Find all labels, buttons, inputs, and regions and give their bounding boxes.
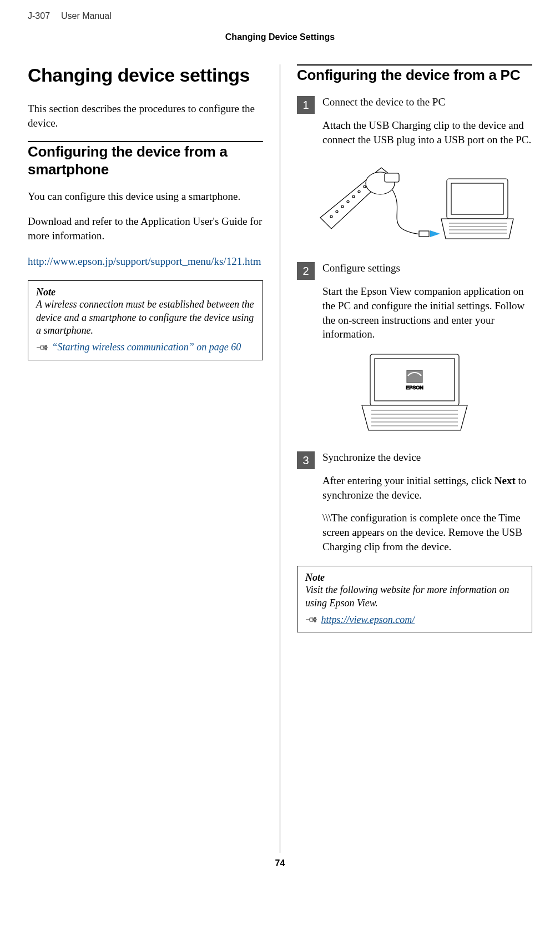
svg-text:EPSON: EPSON xyxy=(406,385,423,390)
step-1-body: Attach the USB Charging clip to the devi… xyxy=(322,118,532,147)
epson-view-url-link[interactable]: https://view.epson.com/ xyxy=(321,614,415,625)
step-3-body-2: \\\The configuration is complete once th… xyxy=(322,511,532,554)
svg-point-1 xyxy=(336,210,338,213)
section-title: Changing Device Settings xyxy=(28,32,532,42)
step-1: 1 Connect the device to the PC xyxy=(297,95,532,114)
right-column: Configuring the device from a PC 1 Conne… xyxy=(297,64,532,853)
note-box-pc: Note Visit the following website for mor… xyxy=(297,566,532,632)
step-number-1: 1 xyxy=(297,96,315,114)
left-column: Changing device settings This section de… xyxy=(28,64,263,853)
note-body-pc: Visit the following website for more inf… xyxy=(305,584,524,610)
step-2-title: Configure settings xyxy=(322,261,532,275)
svg-point-6 xyxy=(364,185,366,188)
step-number-2: 2 xyxy=(297,262,315,280)
smartphone-text-2: Download and refer to the Application Us… xyxy=(28,214,263,243)
svg-point-3 xyxy=(347,200,349,203)
step-3-body-1a: After entering your initial settings, cl… xyxy=(322,475,495,486)
next-label: Next xyxy=(495,475,516,486)
step-2: 2 Configure settings xyxy=(297,261,532,280)
step-3-body: After entering your initial settings, cl… xyxy=(322,474,532,554)
note-box-smartphone: Note A wireless connection must be estab… xyxy=(28,280,263,360)
svg-rect-13 xyxy=(451,183,503,214)
pc-heading: Configuring the device from a PC xyxy=(297,64,532,84)
note-label-pc: Note xyxy=(305,572,524,584)
note-body: A wireless connection must be establishe… xyxy=(36,298,255,337)
svg-point-0 xyxy=(330,215,332,218)
intro-text: This section describes the procedures to… xyxy=(28,102,263,130)
smartphone-heading: Configuring the device from a smartphone xyxy=(28,141,263,178)
cross-reference-text: “Starting wireless communication” on pag… xyxy=(52,341,241,353)
svg-point-5 xyxy=(358,190,360,193)
illustration-laptop-epson: EPSON xyxy=(297,351,532,437)
step-2-body: Start the Epson View companion applicati… xyxy=(322,284,532,341)
support-url-link[interactable]: http://www.epson.jp/support/support_menu… xyxy=(28,255,261,267)
page-number: 74 xyxy=(28,858,532,868)
illustration-device-to-pc xyxy=(297,157,532,248)
column-divider xyxy=(280,64,280,853)
svg-rect-9 xyxy=(385,173,399,182)
svg-point-4 xyxy=(352,195,355,198)
page-header: J-307User Manual xyxy=(28,11,532,21)
svg-point-2 xyxy=(341,205,344,208)
step-3-title: Synchronize the device xyxy=(322,450,532,465)
manual-label: User Manual xyxy=(61,11,112,21)
pointing-hand-icon xyxy=(36,343,48,354)
model-number: J-307 xyxy=(28,11,50,21)
svg-rect-10 xyxy=(419,231,429,237)
note-label: Note xyxy=(36,286,255,298)
pointing-hand-icon xyxy=(305,615,317,626)
svg-marker-11 xyxy=(430,230,440,237)
step-number-3: 3 xyxy=(297,451,315,469)
smartphone-text-1: You can configure this device using a sm… xyxy=(28,189,263,204)
page-title: Changing device settings xyxy=(28,64,263,86)
step-3: 3 Synchronize the device xyxy=(297,450,532,469)
step-1-title: Connect the device to the PC xyxy=(322,95,532,109)
cross-reference[interactable]: “Starting wireless communication” on pag… xyxy=(36,341,255,354)
